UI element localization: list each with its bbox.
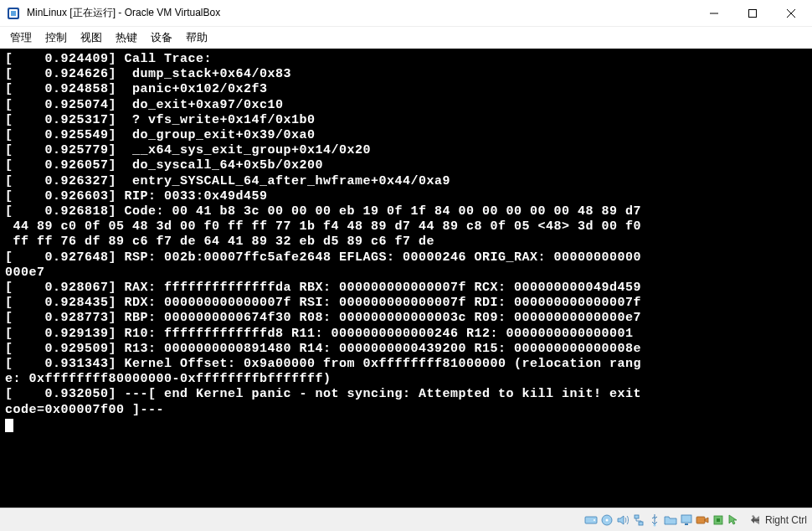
- recording-icon[interactable]: [696, 513, 709, 527]
- svg-point-10: [605, 518, 608, 521]
- svg-rect-18: [717, 518, 720, 522]
- menu-control[interactable]: 控制: [45, 30, 67, 45]
- svg-rect-2: [11, 11, 16, 16]
- cpu-icon[interactable]: [712, 513, 725, 527]
- menu-hotkeys[interactable]: 热键: [116, 30, 137, 45]
- display-icon[interactable]: [680, 513, 693, 527]
- svg-point-13: [653, 523, 655, 526]
- titlebar: MinLinux [正在运行] - Oracle VM VirtualBox: [0, 0, 812, 27]
- shared-folders-icon[interactable]: [664, 513, 677, 527]
- terminal-output: [ 0.924409] Call Trace: [ 0.924626] dump…: [0, 49, 812, 508]
- close-button[interactable]: [772, 1, 810, 26]
- terminal-cursor: [5, 419, 13, 432]
- menu-devices[interactable]: 设备: [151, 30, 172, 45]
- host-key-label: Right Ctrl: [765, 514, 807, 526]
- svg-point-8: [594, 519, 595, 521]
- statusbar: Right Ctrl: [0, 508, 812, 531]
- svg-rect-16: [696, 517, 705, 523]
- maximize-button[interactable]: [733, 1, 772, 26]
- svg-rect-11: [635, 515, 639, 518]
- menubar: 管理 控制 视图 热键 设备 帮助: [0, 27, 812, 49]
- menu-manage[interactable]: 管理: [10, 30, 32, 45]
- menu-help[interactable]: 帮助: [186, 30, 208, 45]
- usb-icon[interactable]: [648, 513, 661, 527]
- virtualbox-icon: [7, 7, 20, 20]
- svg-rect-14: [681, 515, 691, 523]
- window-title: MinLinux [正在运行] - Oracle VM VirtualBox: [27, 6, 695, 20]
- minimize-button[interactable]: [695, 1, 733, 26]
- optical-disk-icon[interactable]: [600, 513, 614, 527]
- network-icon[interactable]: [632, 513, 645, 527]
- svg-rect-4: [749, 9, 757, 17]
- host-key-indicator[interactable]: Right Ctrl: [750, 514, 807, 526]
- mouse-integration-icon[interactable]: [727, 513, 741, 527]
- window-controls: [695, 1, 810, 26]
- audio-icon[interactable]: [616, 513, 630, 527]
- svg-rect-15: [685, 523, 688, 525]
- harddisk-icon[interactable]: [584, 513, 598, 527]
- svg-rect-12: [639, 522, 643, 525]
- menu-view[interactable]: 视图: [80, 30, 102, 45]
- status-icons: [584, 513, 741, 527]
- host-key-arrow-icon: [750, 514, 762, 526]
